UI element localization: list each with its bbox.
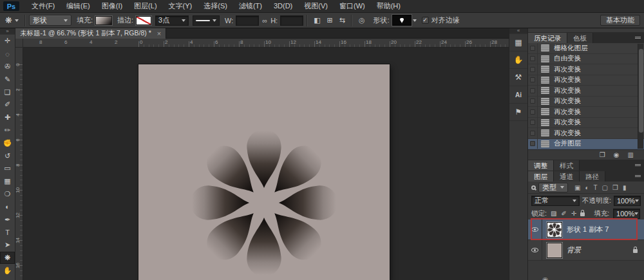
marquee-tool[interactable]: ◌ [0, 48, 15, 61]
workspace-switcher-button[interactable]: 基本功能 [600, 15, 640, 26]
opacity-field[interactable]: 100% [614, 196, 641, 206]
history-set-source-cell[interactable] [528, 107, 538, 117]
fill-amount-field[interactable]: 100% [613, 209, 640, 219]
layer-row[interactable]: 形状 1 副本 7 [528, 219, 644, 240]
history-set-source-cell[interactable] [528, 128, 538, 138]
move-tool[interactable]: ✛ [0, 35, 15, 48]
stroke-swatch[interactable] [136, 16, 151, 25]
healing-brush-tool[interactable]: ✚ [0, 111, 15, 124]
filter-smart-objects-icon[interactable]: ❒ [612, 184, 618, 191]
lock-all-icon[interactable] [580, 212, 585, 216]
panel-menu-icon[interactable] [635, 35, 641, 40]
lock-image-icon[interactable]: ✐ [561, 210, 566, 217]
menu-item-3D[interactable]: 3D(D) [268, 0, 298, 12]
clone-stamp-tool[interactable]: ✊ [0, 136, 15, 149]
panel-menu-icon[interactable] [635, 174, 641, 178]
history-state-row[interactable]: 自由变换 [528, 54, 644, 65]
layers-tab-通道[interactable]: 通道 [554, 171, 580, 182]
history-set-source-checkbox[interactable] [530, 109, 535, 115]
custom-shape-picker[interactable] [392, 15, 412, 26]
menu-item-文件[interactable]: 文件(F) [26, 0, 61, 12]
history-set-source-cell[interactable] [528, 139, 538, 149]
history-state-row[interactable]: 再次变换 [528, 118, 644, 129]
history-set-source-cell[interactable] [528, 64, 538, 75]
layer-filter-type-dropdown[interactable]: 类型 [538, 183, 568, 192]
actions-panel-icon[interactable]: ✋ [509, 51, 527, 69]
lock-transparency-icon[interactable]: ▨ [551, 210, 556, 217]
layer-thumbnail[interactable] [547, 243, 562, 258]
dock-expand-button[interactable]: « [509, 28, 527, 34]
filter-toggle-icon[interactable]: ▮ [623, 184, 627, 191]
fill-swatch[interactable] [95, 16, 112, 25]
menu-item-滤镜[interactable]: 滤镜(T) [233, 0, 268, 12]
horizontal-ruler[interactable]: 8642024681012141618202224262830 [23, 39, 509, 48]
history-set-source-checkbox[interactable] [530, 46, 535, 51]
history-set-source-checkbox[interactable] [530, 67, 535, 72]
gradient-tool[interactable]: ▦ [0, 175, 15, 188]
history-set-source-cell[interactable] [528, 75, 538, 86]
tab-close-icon[interactable]: × [157, 30, 161, 37]
layers-tab-图层[interactable]: 图层 [528, 171, 554, 182]
layers-tab-路径[interactable]: 路径 [580, 171, 605, 182]
eraser-tool[interactable]: ▭ [0, 162, 15, 175]
pen-tool[interactable]: ✒ [0, 213, 15, 226]
hand-tool[interactable]: ✋ [0, 264, 15, 277]
history-scrollbar[interactable] [638, 44, 643, 149]
path-alignment-icon[interactable]: ⊞ [327, 16, 333, 24]
paragraph-panel-icon[interactable]: ⚑ [509, 104, 527, 121]
tool-preset-button[interactable]: ❋ [0, 15, 21, 25]
canvas-viewport[interactable] [23, 48, 509, 280]
adjustments-tab-样式[interactable]: 样式 [554, 160, 580, 171]
history-set-source-checkbox[interactable] [530, 131, 535, 136]
history-set-source-checkbox[interactable] [530, 141, 535, 146]
blend-mode-dropdown[interactable]: 正常 [531, 196, 580, 206]
history-set-source-checkbox[interactable] [530, 56, 535, 61]
link-dimensions-icon[interactable]: ∞ [259, 17, 270, 24]
history-tab-色板[interactable]: 色板 [567, 33, 593, 43]
menu-item-视图[interactable]: 视图(V) [298, 0, 334, 12]
lasso-tool[interactable]: ✇ [0, 61, 15, 73]
filter-pixel-layers-icon[interactable]: ▣ [574, 184, 580, 191]
path-operations-icon[interactable]: ◧ [314, 16, 320, 24]
stroke-width-field[interactable]: 3点 [155, 15, 189, 26]
scrollbar-thumb[interactable] [639, 49, 643, 133]
menu-item-窗口[interactable]: 窗口(W) [334, 0, 371, 12]
menu-item-文字[interactable]: 文字(Y) [163, 0, 198, 12]
path-selection-tool[interactable]: ➤ [0, 239, 15, 252]
history-set-source-checkbox[interactable] [530, 88, 535, 93]
history-state-row[interactable]: 合并图层 [528, 139, 644, 150]
delete-state-icon[interactable]: ▥ [628, 151, 634, 158]
history-set-source-checkbox[interactable] [530, 120, 535, 125]
dodge-tool[interactable]: ◐ [0, 200, 15, 213]
menu-item-编辑[interactable]: 编辑(E) [61, 0, 96, 12]
filter-shape-layers-icon[interactable]: ▢ [602, 184, 608, 191]
character-panel-icon[interactable]: Ai [509, 86, 527, 104]
tools-panel-collapse-button[interactable]: » [0, 28, 15, 35]
document-tab[interactable]: 未标题-1 @ 66.7% (形状 1 副本 7, RGB/8) * × [15, 28, 166, 39]
stroke-type-dropdown[interactable] [193, 15, 220, 26]
visibility-toggle[interactable] [528, 240, 542, 260]
height-input[interactable] [280, 15, 303, 26]
history-state-row[interactable]: 栅格化图层 [528, 43, 644, 54]
history-state-row[interactable]: 再次变换 [528, 86, 644, 97]
layer-row[interactable]: 背景 [528, 240, 644, 261]
history-state-row[interactable]: 再次变换 [528, 107, 644, 118]
chevron-down-icon[interactable] [413, 19, 417, 22]
filter-type-layers-icon[interactable]: T [594, 184, 598, 191]
path-arrange-icon[interactable]: ⇆ [339, 16, 345, 24]
menu-item-图像[interactable]: 图像(I) [96, 0, 128, 12]
panel-menu-icon[interactable] [635, 163, 641, 167]
shape-settings-gear-icon[interactable]: ◎ [355, 16, 368, 24]
new-snapshot-icon[interactable]: ◉ [614, 151, 620, 158]
swatch-grid-panel-icon[interactable]: ▦ [509, 34, 527, 51]
history-set-source-cell[interactable] [528, 54, 538, 64]
history-set-source-checkbox[interactable] [530, 77, 535, 82]
crop-tool[interactable]: ❏ [0, 86, 15, 98]
align-edges-checkbox[interactable]: ✓ [422, 17, 429, 24]
history-state-row[interactable]: 再次变换 [528, 75, 644, 86]
history-set-source-cell[interactable] [528, 86, 538, 96]
history-set-source-cell[interactable] [528, 97, 538, 107]
history-set-source-checkbox[interactable] [530, 98, 535, 104]
history-set-source-cell[interactable] [528, 43, 538, 53]
lock-position-icon[interactable]: ✛ [571, 210, 576, 217]
